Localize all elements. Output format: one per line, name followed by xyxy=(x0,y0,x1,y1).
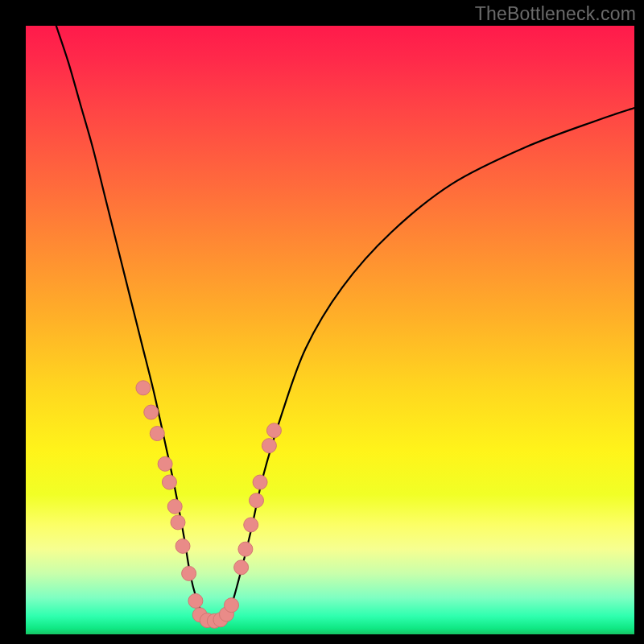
bottleneck-curve xyxy=(56,26,634,621)
data-marker xyxy=(182,566,196,580)
watermark-text: TheBottleneck.com xyxy=(475,3,636,25)
data-marker xyxy=(234,560,249,575)
data-marker xyxy=(219,607,233,621)
data-marker xyxy=(136,381,151,395)
data-marker xyxy=(262,439,276,453)
marker-group xyxy=(136,381,282,629)
data-marker xyxy=(244,518,258,532)
data-marker xyxy=(167,499,182,514)
data-marker xyxy=(158,456,172,471)
plot-area xyxy=(26,26,634,634)
chart-stage: TheBottleneck.com xyxy=(0,0,644,644)
data-marker xyxy=(144,405,159,419)
data-marker xyxy=(207,613,221,628)
data-marker xyxy=(253,475,267,489)
data-marker xyxy=(162,475,176,489)
data-marker xyxy=(175,539,190,553)
curve-overlay xyxy=(26,26,634,634)
data-marker xyxy=(250,493,264,508)
data-marker xyxy=(238,542,253,556)
data-marker xyxy=(225,598,239,613)
data-marker xyxy=(171,515,185,530)
data-marker xyxy=(192,608,207,622)
data-marker xyxy=(188,593,203,608)
data-marker xyxy=(213,613,228,627)
data-marker xyxy=(266,423,281,438)
data-marker xyxy=(200,613,214,628)
data-marker xyxy=(150,427,164,441)
